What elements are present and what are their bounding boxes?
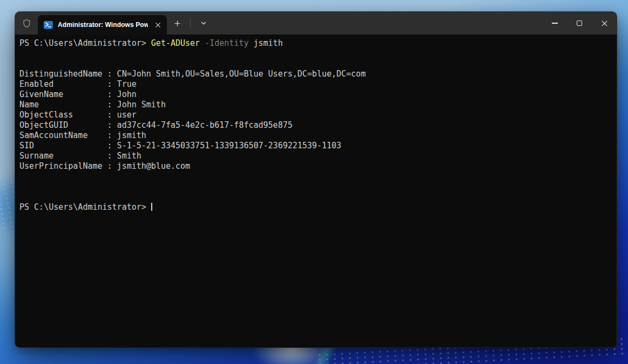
tab-dropdown-button[interactable]: [195, 16, 212, 31]
output-line: SamAccountName : jsmith: [19, 131, 146, 140]
close-button[interactable]: [592, 12, 617, 35]
command-argument: jsmith: [248, 38, 282, 48]
desktop-wallpaper: Administrator: Windows PowerShell: [0, 0, 628, 364]
maximize-button[interactable]: [567, 12, 592, 35]
minimize-icon: [552, 23, 558, 23]
terminal-viewport[interactable]: PS C:\Users\Administrator> Get-ADUser -I…: [15, 35, 617, 347]
chevron-down-icon: [200, 20, 207, 26]
command-parameter: -Identity: [205, 38, 248, 48]
window-controls: [542, 12, 617, 35]
close-icon: [155, 22, 161, 28]
close-icon: [601, 20, 608, 27]
titlebar-drag-region[interactable]: [212, 12, 542, 35]
prompt: PS C:\Users\Administrator>: [19, 202, 151, 212]
powershell-icon: [44, 21, 53, 29]
maximize-icon: [577, 20, 582, 26]
plus-icon: [174, 20, 181, 27]
output-line: Enabled : True: [19, 79, 137, 89]
output-line: Surname : Smith: [19, 151, 141, 161]
tab-administrator-powershell[interactable]: Administrator: Windows PowerShell: [38, 15, 167, 35]
terminal-window: Administrator: Windows PowerShell: [15, 12, 617, 347]
output-line: ObjectClass : user: [19, 110, 137, 120]
tab-close-button[interactable]: [153, 20, 163, 30]
prompt: PS C:\Users\Administrator>: [19, 38, 151, 48]
output-line: SID : S-1-5-21-3345033751-1339136507-236…: [19, 141, 341, 150]
text-cursor: [151, 203, 152, 211]
output-line: Name : John Smith: [19, 100, 166, 109]
output-line: ObjectGUID : ad37cc44-7fa5-4e2c-b617-f8f…: [19, 120, 293, 130]
terminal-content: PS C:\Users\Administrator> Get-ADUser -I…: [19, 38, 615, 212]
output-line: DistinguishedName : CN=John Smith,OU=Sal…: [19, 69, 366, 79]
command-name: Get-ADUser: [151, 38, 200, 48]
minimize-button[interactable]: [542, 12, 567, 35]
output-line: UserPrincipalName : jsmith@blue.com: [19, 161, 190, 171]
output-line: GivenName : John: [19, 90, 137, 99]
toolbar-divider: [190, 19, 191, 28]
tab-title: Administrator: Windows PowerShell: [58, 21, 148, 29]
admin-shield-icon: [15, 18, 38, 29]
titlebar[interactable]: Administrator: Windows PowerShell: [15, 12, 617, 35]
new-tab-button[interactable]: [169, 16, 185, 31]
